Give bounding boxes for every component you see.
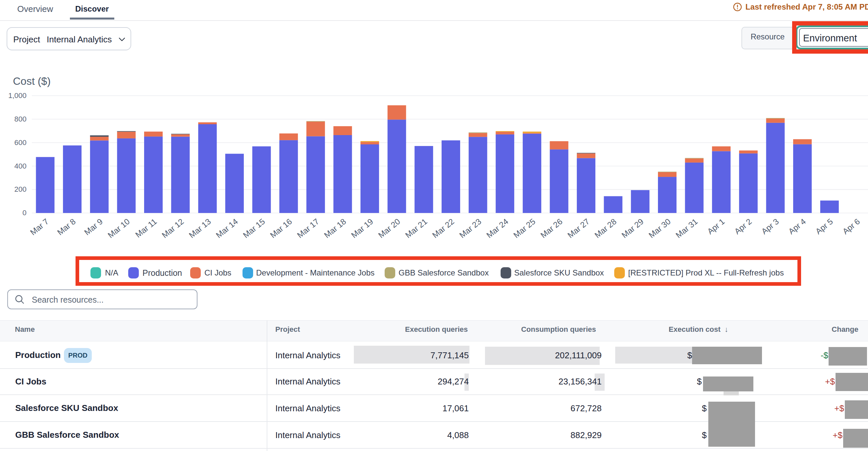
svg-text:Apr 2: Apr 2 [733, 217, 754, 236]
svg-text:Mar 26: Mar 26 [539, 217, 564, 240]
svg-text:Mar 18: Mar 18 [322, 217, 347, 240]
svg-text:Mar 10: Mar 10 [106, 217, 131, 240]
svg-text:Mar 13: Mar 13 [187, 217, 212, 240]
svg-text:Mar 17: Mar 17 [296, 217, 321, 240]
svg-text:Mar 14: Mar 14 [214, 217, 240, 240]
svg-text:Mar 30: Mar 30 [647, 217, 672, 240]
svg-text:Mar 20: Mar 20 [377, 217, 402, 240]
svg-text:Mar 8: Mar 8 [56, 217, 78, 237]
svg-text:1,000: 1,000 [8, 91, 27, 100]
svg-text:Mar 31: Mar 31 [674, 217, 699, 240]
svg-text:Mar 19: Mar 19 [349, 217, 375, 240]
svg-text:Mar 16: Mar 16 [268, 217, 293, 240]
svg-text:Mar 23: Mar 23 [458, 217, 483, 240]
svg-text:Mar 29: Mar 29 [620, 217, 645, 240]
svg-text:Mar 15: Mar 15 [241, 217, 266, 240]
svg-text:Mar 25: Mar 25 [512, 217, 537, 240]
svg-text:Mar 21: Mar 21 [404, 217, 429, 240]
svg-text:Mar 9: Mar 9 [83, 217, 104, 237]
svg-text:400: 400 [14, 162, 27, 170]
svg-text:Mar 24: Mar 24 [485, 217, 510, 240]
svg-text:Apr 3: Apr 3 [760, 217, 780, 236]
svg-text:600: 600 [14, 138, 27, 147]
svg-text:Mar 28: Mar 28 [593, 217, 618, 240]
svg-text:Mar 11: Mar 11 [133, 217, 158, 239]
svg-text:0: 0 [23, 208, 27, 217]
svg-text:Mar 27: Mar 27 [566, 217, 591, 240]
svg-text:Apr 5: Apr 5 [814, 217, 835, 236]
svg-text:Mar 7: Mar 7 [29, 217, 50, 237]
svg-text:Apr 6: Apr 6 [841, 217, 862, 236]
svg-text:Mar 22: Mar 22 [431, 217, 456, 240]
svg-text:Mar 12: Mar 12 [160, 217, 185, 240]
svg-text:Apr 4: Apr 4 [787, 217, 808, 236]
svg-text:800: 800 [14, 115, 27, 123]
svg-text:Apr 1: Apr 1 [706, 217, 726, 236]
svg-text:200: 200 [14, 185, 27, 193]
